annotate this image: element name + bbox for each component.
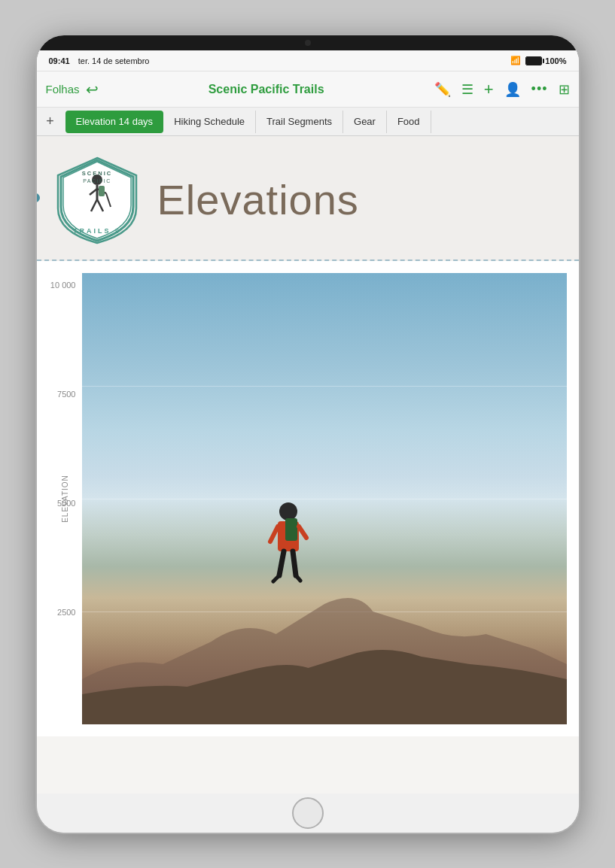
- battery-indicator: 100%: [525, 56, 566, 65]
- y-label-2500: 2500: [57, 608, 75, 617]
- mountain-silhouette: [82, 544, 567, 724]
- svg-text:TRAILS 9: TRAILS 9: [72, 227, 120, 235]
- svg-line-15: [299, 527, 306, 538]
- format-icon[interactable]: ☰: [461, 81, 473, 98]
- tab-gear[interactable]: Gear: [343, 111, 387, 133]
- screen: 09:41 ter. 14 de setembro 📶 100% Folhas …: [37, 50, 579, 794]
- export-button[interactable]: ⊞: [559, 81, 570, 98]
- status-bar: 09:41 ter. 14 de setembro 📶 100%: [37, 50, 579, 71]
- dashed-handle[interactable]: [37, 193, 40, 202]
- y-axis: ELEVATION 10 000 7500 5000 2500: [37, 273, 82, 724]
- y-axis-title: ELEVATION: [61, 475, 69, 523]
- svg-line-14: [270, 527, 278, 542]
- status-time-date: 09:41 ter. 14 de setembro: [49, 56, 150, 65]
- tab-elevation[interactable]: Elevation 14 days: [65, 111, 164, 133]
- add-tab-button[interactable]: +: [40, 111, 61, 132]
- camera-dot: [305, 40, 311, 46]
- svg-text:SCENIC: SCENIC: [81, 170, 111, 177]
- svg-line-16: [279, 551, 284, 575]
- svg-line-18: [273, 575, 279, 581]
- y-label-7500: 7500: [57, 390, 75, 399]
- tab-trail-segments[interactable]: Trail Segments: [256, 111, 343, 133]
- tabs-bar: + Elevation 14 days Hiking Schedule Trai…: [37, 108, 579, 136]
- share-button[interactable]: 👤: [504, 81, 521, 98]
- status-time: 09:41: [49, 56, 70, 65]
- logo-container: TRAILS 9 SCENIC PACIFIC: [52, 154, 142, 244]
- undo-button[interactable]: ↩: [86, 80, 99, 99]
- tab-hiking[interactable]: Hiking Schedule: [163, 111, 256, 133]
- content-area[interactable]: TRAILS 9 SCENIC PACIFIC Elevations: [37, 136, 579, 794]
- toolbar: Folhas ↩ Scenic Pacific Trails ✏️ ☰ + 👤 …: [37, 71, 579, 108]
- header-section: TRAILS 9 SCENIC PACIFIC Elevations: [37, 136, 579, 261]
- grid-line-1: [82, 386, 567, 387]
- svg-rect-13: [285, 518, 297, 541]
- more-button[interactable]: •••: [531, 81, 548, 97]
- tab-food[interactable]: Food: [387, 111, 431, 133]
- chart-body: [82, 273, 567, 724]
- toolbar-left: Folhas ↩: [46, 80, 99, 99]
- battery-bar: [525, 56, 542, 65]
- status-date: ter. 14 de setembro: [78, 56, 150, 65]
- status-right: 📶 100%: [510, 56, 566, 65]
- document-title: Scenic Pacific Trails: [106, 83, 427, 96]
- wifi-icon: 📶: [510, 56, 521, 65]
- y-label-10000: 10 000: [50, 281, 76, 290]
- device-bottom: [37, 794, 579, 833]
- svg-line-19: [296, 575, 300, 581]
- svg-point-11: [279, 502, 297, 520]
- sheet-content: TRAILS 9 SCENIC PACIFIC Elevations: [37, 136, 579, 794]
- home-button[interactable]: [292, 797, 324, 829]
- svg-rect-7: [99, 186, 105, 196]
- trails-logo: TRAILS 9 SCENIC PACIFIC: [52, 154, 142, 244]
- pen-icon[interactable]: ✏️: [434, 81, 451, 98]
- device: 09:41 ter. 14 de setembro 📶 100% Folhas …: [37, 35, 579, 833]
- battery-label: 100%: [545, 56, 566, 65]
- hiker-scene: [82, 273, 567, 724]
- chart-section: ELEVATION 10 000 7500 5000 2500: [37, 261, 579, 736]
- toolbar-icons: ✏️ ☰ + 👤 ••• ⊞: [434, 80, 570, 99]
- device-top-bar: [37, 35, 579, 50]
- add-object-button[interactable]: +: [484, 80, 494, 99]
- svg-line-17: [293, 551, 296, 575]
- sheet-title: Elevations: [157, 175, 359, 224]
- svg-text:PACIFIC: PACIFIC: [83, 178, 111, 184]
- sheets-button[interactable]: Folhas: [46, 83, 80, 96]
- grid-line-2: [82, 499, 567, 499]
- hiker-silhouette: [266, 500, 311, 598]
- battery-fill: [526, 57, 541, 65]
